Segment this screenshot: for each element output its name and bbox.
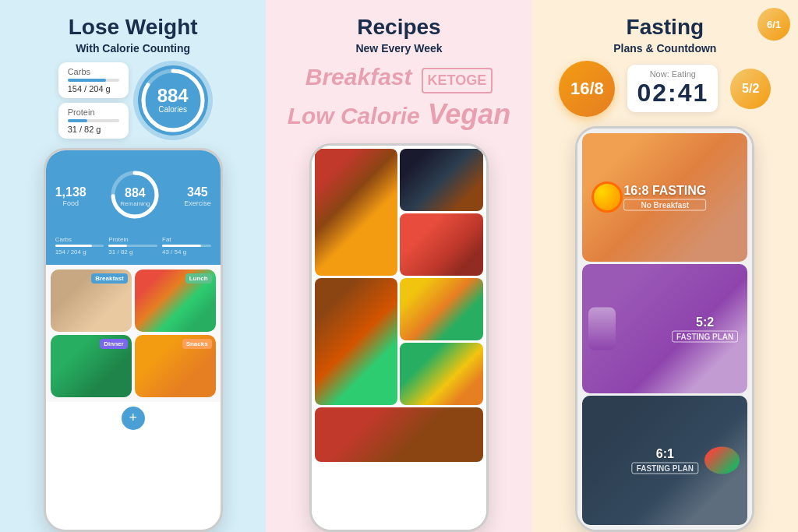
calorie-label: Calories <box>157 105 189 114</box>
recipe-thumb-5 <box>400 278 483 340</box>
recipe-thumb-2 <box>400 149 483 211</box>
add-button[interactable]: + <box>122 407 145 430</box>
kw-vegan: Vegan <box>428 95 511 134</box>
now-eating-label: Now: Eating <box>637 69 708 79</box>
badge-168: 16/8 <box>559 61 615 117</box>
phone2-mockup <box>309 143 489 532</box>
protein-value: 31 / 82 g <box>68 125 119 134</box>
badge-52: 5/2 <box>730 69 771 109</box>
timer-display: 02:41 <box>637 79 708 107</box>
panel3-title: Fasting <box>627 14 704 41</box>
recipe-keywords: Breakfast KETOGE Low Calorie Vegan <box>288 61 511 135</box>
recipe-thumb-1 <box>315 149 398 276</box>
calorie-circle: 884 Calories <box>138 65 208 136</box>
panel-recipes: Recipes New Every Week Breakfast KETOGE … <box>266 0 531 532</box>
fasting-plan-168: 16:8 FASTING No Breakfast <box>582 133 747 262</box>
recipe-thumb-6 <box>400 343 483 405</box>
meal-breakfast: Breakfast <box>51 270 132 332</box>
kw-low-calorie: Low Calorie <box>288 100 420 132</box>
recipe-thumb-4 <box>315 278 398 405</box>
plan1-sub: No Breakfast <box>623 199 706 211</box>
plan3-title: 6:1 <box>632 447 698 461</box>
phone1-mockup: 1,138 Food 884 Remaining 345 Exercise <box>44 148 223 532</box>
panel-lose-weight: Lose Weight With Calorie Counting Carbs … <box>0 0 266 532</box>
panel1-subtitle: With Calorie Counting <box>76 42 190 55</box>
recipe-grid <box>312 146 486 530</box>
plan2-sub: FASTING PLAN <box>672 331 738 343</box>
recipe-thumb-7 <box>315 407 483 462</box>
carbs-card: Carbs 154 / 204 g <box>58 62 129 98</box>
now-eating-box: Now: Eating 02:41 <box>627 65 718 112</box>
panel2-subtitle: New Every Week <box>355 42 442 55</box>
bowl-icon <box>704 447 740 474</box>
recipe-thumb-3 <box>400 213 483 276</box>
kw-breakfast: Breakfast <box>305 61 412 93</box>
panel3-subtitle: Plans & Countdown <box>613 42 716 55</box>
calorie-number: 884 <box>157 86 189 105</box>
fasting-badges: 16/8 Now: Eating 02:41 5/2 <box>559 61 771 117</box>
phone1-exercise: 345 Exercise <box>184 185 211 207</box>
badge-61-top: 6/1 <box>757 8 790 41</box>
meal-lunch: Lunch <box>135 270 216 332</box>
fasting-plan-61: 6:1 FASTING PLAN <box>582 396 747 525</box>
carbs-value: 154 / 204 g <box>68 84 119 93</box>
panel1-title: Lose Weight <box>69 14 198 41</box>
kw-keto: KETOGE <box>422 68 493 93</box>
protein-label: Protein <box>68 107 119 117</box>
fasting-plans: 16:8 FASTING No Breakfast 5:2 FASTING PL… <box>577 129 752 530</box>
plan1-title: 16:8 FASTING <box>623 184 706 198</box>
plan2-title: 5:2 <box>672 315 738 329</box>
meal-snacks: Snacks <box>135 335 216 397</box>
phone1-food: 1,138 Food <box>55 185 87 207</box>
carbs-label: Carbs <box>68 67 119 76</box>
phone3-mockup: 16:8 FASTING No Breakfast 5:2 FASTING PL… <box>575 126 754 532</box>
meal-dinner: Dinner <box>51 335 132 397</box>
fasting-plan-52: 5:2 FASTING PLAN <box>582 264 747 393</box>
protein-card: Protein 31 / 82 g <box>58 103 129 139</box>
phone1-remaining-label: Remaining <box>120 199 150 206</box>
smoothie-icon <box>588 308 616 351</box>
panel2-title: Recipes <box>357 14 440 41</box>
panel-fasting: 6/1 Fasting Plans & Countdown 16/8 Now: … <box>532 0 798 532</box>
plan3-sub: FASTING PLAN <box>632 463 698 474</box>
orange-icon <box>591 181 623 213</box>
phone1-remaining: 884 <box>120 185 150 199</box>
